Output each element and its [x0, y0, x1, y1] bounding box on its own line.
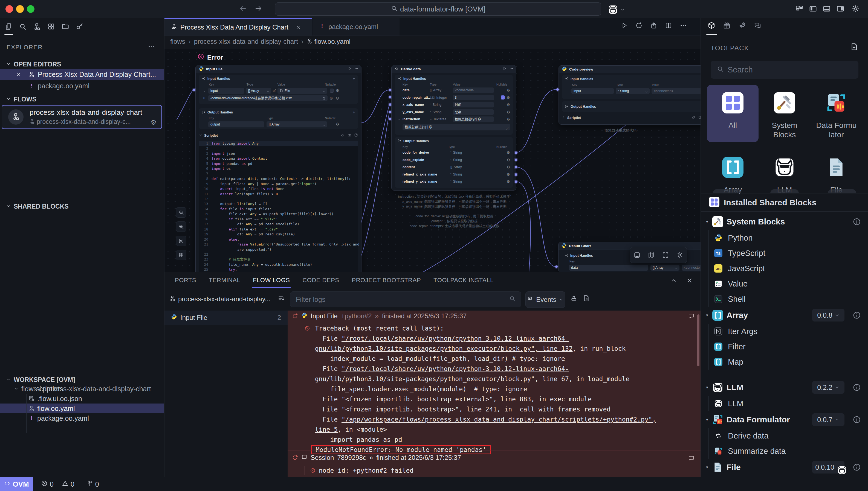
installed-group-system-blocks[interactable]: ▾System Blocks: [701, 213, 868, 230]
warnings-status[interactable]: 0: [62, 480, 75, 488]
back-icon[interactable]: [239, 4, 247, 14]
handle-dot[interactable]: [389, 96, 391, 98]
installed-block-filter[interactable]: Filter: [709, 339, 868, 354]
remove-item-icon[interactable]: ⊖: [336, 96, 339, 100]
assistant-husky-icon[interactable]: [608, 5, 618, 16]
export-logs-icon[interactable]: [582, 295, 590, 303]
reference-icon[interactable]: [348, 133, 351, 138]
explorer-more-icon[interactable]: [148, 43, 155, 51]
clear-logs-icon[interactable]: [570, 295, 577, 303]
derive-output-row[interactable]: refined_y_axis_name“String⚙: [395, 178, 513, 185]
toolpack-card-data-formu-lator[interactable]: Data Formu lator: [811, 85, 862, 142]
fit-view-button[interactable]: [176, 236, 186, 246]
toolpack-card-all[interactable]: All: [707, 85, 759, 142]
derive-output-row[interactable]: code_explain“String⚙: [395, 156, 513, 164]
handle-dot[interactable]: [389, 111, 391, 113]
editor-action-rerun[interactable]: [635, 22, 643, 30]
installed-block-javascript[interactable]: JSJavaScript: [709, 261, 868, 276]
activity-key-icon[interactable]: [75, 22, 84, 31]
maximize-window-button[interactable]: [27, 5, 34, 13]
handle-type-select[interactable]: [] Array: [267, 121, 327, 127]
editor-action-play[interactable]: [621, 22, 628, 30]
tab-package-yaml[interactable]: ! package.oo.yaml: [313, 18, 400, 35]
layout-grid-icon[interactable]: [795, 5, 804, 14]
close-editor-icon[interactable]: [16, 71, 21, 77]
toggle-bottom-panel-icon[interactable]: [822, 5, 831, 14]
panel-tab-code-deps[interactable]: CODE DEPS: [302, 277, 339, 285]
add-handle-icon[interactable]: +: [353, 76, 355, 81]
installed-block-typescript[interactable]: TSTypeScript: [709, 246, 868, 261]
tree-item-scriptlets[interactable]: scriptlets: [0, 384, 164, 394]
flow-canvas[interactable]: Error Input File Input Handles + Key: [164, 49, 701, 272]
comment-icon[interactable]: [688, 455, 695, 463]
installed-block-summarize-data[interactable]: Summarize data: [709, 443, 868, 459]
scriptlet-header[interactable]: Scriptlet: [199, 133, 358, 138]
activity-files-icon[interactable]: [4, 22, 13, 31]
installed-group-data-formulator[interactable]: ▾Data Formulator0.0.7: [701, 411, 868, 428]
errors-status[interactable]: 0: [41, 480, 54, 488]
handle-dot[interactable]: [515, 158, 517, 161]
zoom-out-button[interactable]: [176, 222, 186, 232]
handle-dot[interactable]: [193, 89, 195, 91]
rerun-icon[interactable]: [292, 455, 298, 461]
derive-input-row[interactable]: y_axis_name“String总额⚙: [395, 109, 513, 116]
handle-gear-icon[interactable]: ⚙: [336, 122, 339, 126]
assistant-husky-icon[interactable]: [837, 465, 847, 476]
scriptlet-code-editor[interactable]: 1from typing import Any2 3import json4fr…: [199, 141, 358, 272]
chat-tab-icon[interactable]: [753, 21, 762, 31]
close-window-button[interactable]: [5, 5, 13, 13]
toggle-left-panel-icon[interactable]: [809, 5, 817, 14]
derive-output-row[interactable]: content[]Array⚙: [395, 164, 513, 171]
activity-blocks-icon[interactable]: [47, 22, 56, 31]
installed-block-iter-args[interactable]: Iter Args: [709, 324, 868, 339]
installed-block-llm[interactable]: LLM: [709, 396, 868, 411]
node-code-preview[interactable]: Code preview Input Handles + Key Type Va…: [559, 65, 701, 125]
node-input-file[interactable]: Input File Input Handles + Key Type Valu…: [195, 65, 361, 272]
handle-dot[interactable]: [556, 88, 559, 91]
tree-item--flow-ui-oo-json[interactable]: .flow.ui.oo.json: [0, 394, 164, 404]
info-icon[interactable]: [853, 311, 861, 319]
breadcrumb[interactable]: flows› process-xlsx-data-and-display-cha…: [170, 38, 351, 46]
installed-block-derive-data[interactable]: Derive data: [709, 428, 868, 443]
log-flow-name[interactable]: process-xlsx-data-and-display...: [169, 295, 270, 303]
toggle-panel-icon[interactable]: [633, 252, 641, 259]
new-toolpack-icon[interactable]: [850, 42, 858, 52]
handle-dot[interactable]: [389, 118, 391, 120]
handle-value-field[interactable]: <connecte: [682, 265, 701, 271]
rerun-icon[interactable]: [292, 313, 298, 319]
attach-icon[interactable]: [341, 133, 345, 138]
assistant-chevron-icon[interactable]: [620, 7, 625, 13]
log-view-toggle-icon[interactable]: [278, 295, 285, 303]
handle-type-select[interactable]: [] Array: [246, 88, 271, 94]
node-header[interactable]: Input File: [196, 65, 361, 73]
zoom-in-button[interactable]: [176, 207, 186, 218]
node-derive-data[interactable]: Derive data Input Handles Key Type Value…: [391, 65, 516, 191]
editor-action-exportIc[interactable]: [650, 22, 657, 30]
handle-key-field[interactable]: input: [571, 88, 614, 94]
handle-gear-icon[interactable]: ⚙: [336, 89, 339, 92]
tree-item-package-oo-yaml[interactable]: !package.oo.yaml: [0, 413, 164, 423]
version-select[interactable]: 0.0.8: [812, 309, 844, 321]
open-editor-icon[interactable]: [354, 133, 358, 138]
installed-group-llm[interactable]: ▾LLM0.2.2: [701, 379, 868, 396]
derive-input-row[interactable]: code_repair_att...123Integer3✓⚙: [395, 94, 513, 102]
minimize-window-button[interactable]: [16, 5, 24, 13]
workspace-header[interactable]: WORKSPACE [OVM]: [6, 376, 75, 383]
filter-logs-input[interactable]: Filter logs: [290, 291, 521, 307]
info-icon[interactable]: [853, 383, 861, 392]
forward-icon[interactable]: [254, 4, 263, 14]
handle-dot[interactable]: [389, 103, 391, 106]
tab-flow[interactable]: Process Xlsx Data And Display Chart: [164, 18, 312, 35]
derive-input-row[interactable]: instruction≡Textarea根据总额进行排序⚙: [395, 116, 513, 123]
add-item-icon[interactable]: ⊕: [329, 96, 333, 100]
command-search-input[interactable]: data-formulator-flow [OVM]: [275, 2, 601, 16]
derive-output-row[interactable]: code_for_derive“String⚙: [395, 149, 513, 156]
flows-header[interactable]: FLOWS: [6, 96, 36, 103]
panel-tab-toolpack-install[interactable]: TOOLPACK INSTALL: [433, 277, 494, 285]
scriptlet-header[interactable]: Scriptlet: [562, 115, 701, 120]
installed-block-value[interactable]: Value: [709, 276, 868, 291]
derive-output-row[interactable]: refined_x_axis_name“String⚙: [395, 171, 513, 178]
panel-tab-flow-logs[interactable]: FLOW LOGS: [253, 277, 290, 285]
close-tab-icon[interactable]: [296, 25, 301, 30]
flow-card-gear-icon[interactable]: ⚙: [151, 119, 157, 126]
